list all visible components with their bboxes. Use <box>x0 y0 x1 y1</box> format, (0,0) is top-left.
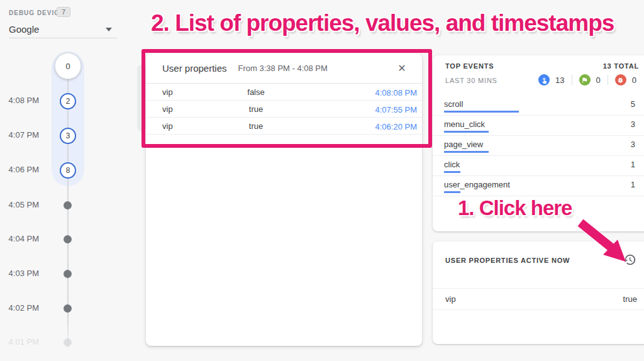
popup-header: User properties From 3:38 PM - 4:08 PM ✕ <box>146 53 422 84</box>
top-events-window: LAST 30 MINS <box>445 77 497 84</box>
conversions-count: 0 <box>596 75 601 85</box>
dropdown-underline <box>9 38 117 38</box>
timeline-time-label: 4:06 PM <box>0 165 39 174</box>
event-name: page_view <box>444 140 483 149</box>
user-properties-active-panel: USER PROPERTIES ACTIVE NOW vip true <box>433 242 644 344</box>
timeline-bubble[interactable]: 2 <box>60 93 76 109</box>
events-count: 13 <box>555 75 564 85</box>
timeline-dot[interactable] <box>64 201 72 209</box>
active-property-name: vip <box>445 294 456 304</box>
timeline-time-label: 4:03 PM <box>0 269 39 278</box>
annotation-step1: 1. Click here <box>458 196 572 220</box>
event-bar <box>444 191 460 193</box>
active-property-row: vip true <box>433 289 644 310</box>
debug-device-count-badge: 7 <box>57 7 70 17</box>
timeline-dot[interactable] <box>64 270 72 278</box>
event-row[interactable]: scroll 5 <box>433 96 644 116</box>
popup-title: User properties <box>162 63 227 74</box>
timeline-bubble-now[interactable]: 0 <box>55 53 81 79</box>
property-timestamp: 4:06:20 PM <box>375 122 418 131</box>
top-events-title: TOP EVENTS <box>445 62 494 70</box>
property-name: vip <box>162 87 173 97</box>
counter-separator <box>608 75 608 85</box>
active-property-value: true <box>623 294 637 304</box>
background-panel-edge <box>137 65 147 131</box>
event-name: menu_click <box>444 119 485 129</box>
timeline-time-label: 4:04 PM <box>0 234 39 243</box>
event-counters: 13 0 0 <box>538 74 636 86</box>
property-name: vip <box>162 121 173 131</box>
event-row[interactable]: user_engagement 1 <box>433 176 644 196</box>
event-row[interactable]: click 1 <box>433 156 644 176</box>
touch-events-icon <box>538 74 550 86</box>
event-bar <box>444 171 460 173</box>
event-row[interactable]: menu_click 3 <box>433 116 644 136</box>
property-value: true <box>249 121 263 131</box>
device-dropdown[interactable]: Google <box>9 21 117 38</box>
flag-conversions-icon <box>579 74 591 86</box>
property-value: true <box>249 104 263 114</box>
property-value: false <box>247 87 264 97</box>
event-row[interactable]: page_view 3 <box>433 136 644 156</box>
timeline-time-label: 4:05 PM <box>0 200 39 209</box>
event-name: scroll <box>444 99 463 109</box>
active-now-title: USER PROPERTIES ACTIVE NOW <box>445 257 570 264</box>
property-row: vip true 4:07:55 PM <box>146 101 422 118</box>
top-events-total: 13 TOTAL <box>603 62 639 70</box>
event-bar <box>444 131 489 133</box>
timeline-time-label: 4:02 PM <box>0 303 39 313</box>
event-name: user_engagement <box>444 180 510 189</box>
errors-count: 0 <box>632 75 636 85</box>
property-row: vip false 4:08:08 PM <box>146 84 422 101</box>
event-name: click <box>444 160 460 169</box>
counter-separator <box>572 75 572 85</box>
event-count: 1 <box>631 180 635 189</box>
debugview-screen: DEBUG DEVICE 7 Google 0 4:08 PM 2 4:07 P… <box>0 0 644 361</box>
debug-device-label: DEBUG DEVICE <box>9 9 64 16</box>
timeline-bubble[interactable]: 8 <box>60 162 76 179</box>
history-icon[interactable] <box>623 253 636 267</box>
event-count: 3 <box>631 119 635 129</box>
property-name: vip <box>162 104 173 114</box>
event-bar <box>444 151 489 153</box>
event-list: scroll 5 menu_click 3 page_view 3 click … <box>433 96 644 196</box>
property-timestamp: 4:08:08 PM <box>375 88 418 97</box>
timeline-dot[interactable] <box>64 338 72 347</box>
chevron-down-icon <box>106 28 112 31</box>
timeline-time-label: 4:01 PM <box>0 337 39 347</box>
close-icon[interactable]: ✕ <box>396 62 408 75</box>
property-row: vip true 4:06:20 PM <box>146 118 422 135</box>
timeline-bubble[interactable]: 3 <box>60 128 76 144</box>
annotation-step2: 2. List of properties, values, and times… <box>151 10 614 36</box>
popup-time-range: From 3:38 PM - 4:08 PM <box>238 64 328 73</box>
device-dropdown-value: Google <box>9 21 117 38</box>
event-bar <box>444 111 519 113</box>
bug-errors-icon <box>615 74 626 86</box>
property-timestamp: 4:07:55 PM <box>375 105 418 114</box>
event-count: 1 <box>631 160 635 169</box>
event-count: 5 <box>631 99 635 109</box>
event-count: 3 <box>631 140 635 149</box>
timeline-dot[interactable] <box>64 235 72 243</box>
timeline-dot[interactable] <box>64 304 72 313</box>
timeline-time-label: 4:08 PM <box>0 96 39 105</box>
timeline-time-label: 4:07 PM <box>0 130 39 140</box>
user-properties-popup: User properties From 3:38 PM - 4:08 PM ✕… <box>146 53 422 346</box>
